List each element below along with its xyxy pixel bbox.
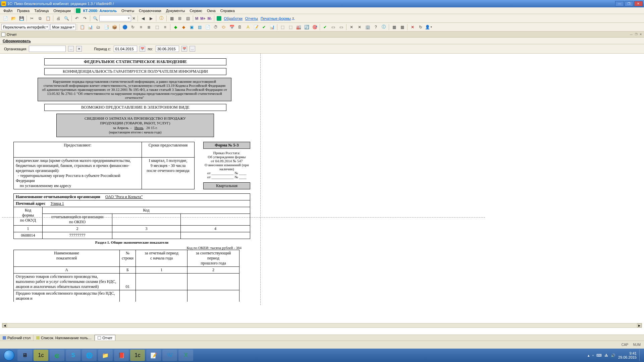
tray-lang-icon[interactable]: ⌨	[596, 353, 602, 358]
minimize-button[interactable]: —	[615, 1, 624, 6]
tray-expand-icon[interactable]: ▴	[588, 353, 590, 358]
clear-search-icon[interactable]: ✕	[131, 15, 136, 22]
tb-icon-16[interactable]: 📄	[204, 23, 211, 31]
tb-icon-27[interactable]: 🏭	[295, 23, 302, 31]
tb-icon-4[interactable]: 📑	[103, 23, 110, 31]
mytasks[interactable]: Мои задачи▼	[50, 24, 76, 30]
taskbar-explorer-icon[interactable]: 📁	[98, 350, 113, 361]
tb-icon-39[interactable]: ▦	[398, 23, 406, 31]
menu-windows[interactable]: Окна	[205, 8, 218, 13]
tb-icon-23[interactable]: ✔	[260, 23, 268, 31]
close-button[interactable]: ✕	[634, 1, 643, 6]
tab-reminders[interactable]: Список. Напоминание поль…	[34, 335, 95, 341]
tb-icon-36[interactable]: ?	[372, 23, 379, 31]
menu-documents[interactable]: Документы	[164, 8, 187, 13]
tb-icon-42[interactable]: 👤▼	[425, 23, 432, 31]
tb-icon-13[interactable]: ◆	[180, 23, 187, 31]
org-clear-button[interactable]: ✕	[76, 46, 82, 52]
horizontal-scrollbar[interactable]: ◀ ▶	[2, 323, 642, 328]
report-canvas[interactable]: ФЕДЕРАЛЬНОЕ СТАТИСТИЧЕСКОЕ НАБЛЮДЕНИЕ КО…	[2, 54, 642, 334]
menu-kt2000[interactable]: КТ-2000: Алкоголь	[81, 8, 119, 13]
search-combo[interactable]: ▼	[99, 15, 131, 21]
tb-icon-6[interactable]: 🔵	[121, 23, 128, 31]
tb-icon-20[interactable]: 🗓	[236, 23, 244, 31]
tb-icon-29[interactable]: 🎯	[311, 23, 318, 31]
tb-icon-24[interactable]: 📊	[268, 23, 276, 31]
undo-icon[interactable]: ↶	[73, 15, 80, 22]
tb-icon-28[interactable]: 🔄	[303, 23, 310, 31]
menu-file[interactable]: Файл	[1, 8, 14, 13]
back-icon[interactable]: ◀	[139, 15, 147, 22]
save-icon[interactable]: 💾	[18, 15, 25, 22]
link-printforms[interactable]: Печатные формы ▼	[259, 16, 296, 20]
tray-flag-icon[interactable]: ▫	[592, 353, 594, 357]
form-button[interactable]: Сформировать	[3, 39, 31, 43]
info-icon[interactable]: ⓘ	[158, 15, 165, 22]
tb-icon-19[interactable]: 📅	[228, 23, 235, 31]
taskbar-app1-icon[interactable]: ◎	[50, 350, 64, 361]
tray-volume-icon[interactable]: 🔊	[611, 353, 615, 358]
tb-icon-40[interactable]: ✕	[409, 23, 416, 31]
tb-icon-14[interactable]: ▣	[188, 23, 195, 31]
tb-icon-7[interactable]: ↻	[129, 23, 137, 31]
tab-desktop[interactable]: Рабочий стол	[0, 335, 34, 341]
paste-icon[interactable]: 📋	[44, 15, 52, 22]
maximize-button[interactable]: ❐	[625, 1, 633, 6]
tb-icon-31[interactable]: ▭	[329, 23, 337, 31]
tb-icon-35[interactable]: 🏢	[364, 23, 371, 31]
taskbar-word-icon[interactable]: W	[162, 350, 177, 361]
period-dialog-button[interactable]: …	[190, 46, 195, 52]
menu-operations[interactable]: Операции	[51, 8, 72, 13]
menu-reports[interactable]: Отчеты	[119, 8, 136, 13]
link-reports[interactable]: Отчеты	[244, 16, 259, 20]
taskbar-1c2-icon[interactable]: 1c	[130, 350, 145, 361]
inner-minimize-icon[interactable]: —	[629, 33, 633, 37]
tb-icon-11[interactable]: ≡	[161, 23, 169, 31]
tb-icon-34[interactable]: ✕	[356, 23, 363, 31]
search-icon[interactable]: 🔍	[92, 15, 99, 22]
tb-icon-17[interactable]: ⏱	[212, 23, 219, 31]
copy-icon[interactable]: ⧉	[36, 15, 44, 22]
m-plus-icon[interactable]: M+	[199, 16, 207, 20]
taskbar-skype-icon[interactable]: S	[66, 350, 80, 361]
tb-icon-8[interactable]: ≡	[137, 23, 145, 31]
tb-icon-25[interactable]: ⬚	[279, 23, 286, 31]
tb-icon-33[interactable]: ✕	[348, 23, 355, 31]
start-button[interactable]	[2, 350, 16, 361]
taskbar-1c-icon[interactable]: 1c	[34, 350, 48, 361]
org-select-button[interactable]: …	[68, 46, 74, 52]
tb-icon-18[interactable]: ⏲	[220, 23, 227, 31]
tb-icon-5[interactable]: 📦	[111, 23, 118, 31]
cut-icon[interactable]: ✂	[28, 15, 36, 22]
switch-interface[interactable]: Переключить интерфейс▼	[1, 24, 49, 30]
merge-icon[interactable]: ⊞	[176, 15, 183, 22]
tb-icon-26[interactable]: ⬚	[287, 23, 294, 31]
tb-icon-9[interactable]: ≣	[145, 23, 153, 31]
preview-icon[interactable]: 🔍	[63, 15, 70, 22]
redo-icon[interactable]: ↷	[81, 15, 89, 22]
tb-icon-10[interactable]: ⬚	[153, 23, 161, 31]
inner-close-icon[interactable]: ✕	[639, 33, 643, 37]
scroll-right-icon[interactable]: ▶	[637, 323, 642, 327]
tb-icon-2[interactable]: 📊	[87, 23, 94, 31]
forward-icon[interactable]: ▶	[147, 15, 155, 22]
m-minus-icon[interactable]: M-	[207, 16, 213, 20]
open-icon[interactable]: 📂	[10, 15, 17, 22]
taskbar-chrome-icon[interactable]: 🌐	[82, 350, 97, 361]
period-to-calendar-button[interactable]: 📅	[181, 46, 187, 52]
tray-network-icon[interactable]: 🖧	[604, 353, 608, 357]
period-from-calendar-button[interactable]: 📅	[140, 46, 145, 52]
taskbar-pdf-icon[interactable]: 📕	[114, 350, 129, 361]
tb-icon-21[interactable]: A	[244, 23, 252, 31]
period-from-input[interactable]: 01.04.2015	[114, 46, 137, 52]
period-to-input[interactable]: 30.06.2015	[156, 46, 179, 52]
taskbar-monitor-icon[interactable]: 🖥	[17, 350, 32, 361]
tb-icon-32[interactable]: ▭	[337, 23, 345, 31]
tab-report[interactable]: Отчет	[95, 335, 115, 341]
taskbar-excel-icon[interactable]: X	[178, 350, 193, 361]
org-input[interactable]	[29, 46, 66, 52]
m-icon[interactable]: M	[194, 16, 199, 20]
tb-icon-12[interactable]: ◆	[172, 23, 179, 31]
menu-service[interactable]: Сервис	[187, 8, 204, 13]
scroll-left-icon[interactable]: ◀	[2, 323, 7, 327]
